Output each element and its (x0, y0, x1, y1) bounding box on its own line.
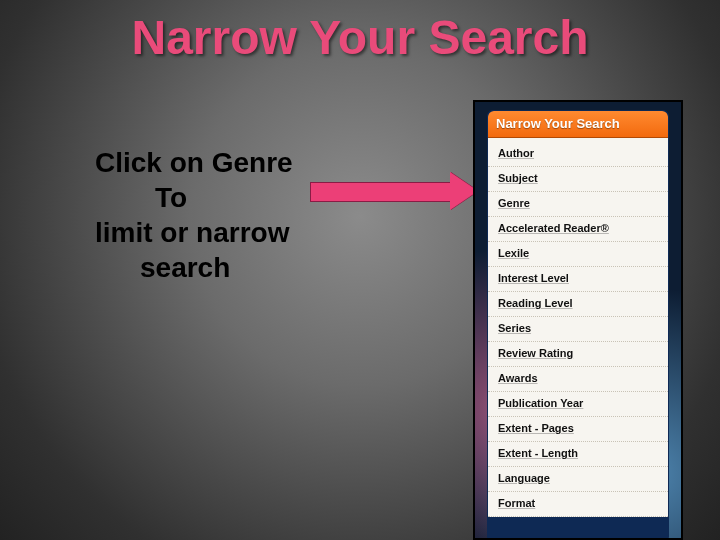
panel-body: Author Subject Genre Accelerated Reader®… (488, 138, 668, 517)
panel-item-subject[interactable]: Subject (488, 167, 668, 192)
panel-item-accelerated-reader[interactable]: Accelerated Reader® (488, 217, 668, 242)
panel-item-publication-year[interactable]: Publication Year (488, 392, 668, 417)
instruction-line-3: limit or narrow (95, 215, 365, 250)
instruction-text: Click on Genre To limit or narrow search (95, 145, 365, 285)
panel-item-extent-length[interactable]: Extent - Length (488, 442, 668, 467)
panel-item-language[interactable]: Language (488, 467, 668, 492)
panel-item-series[interactable]: Series (488, 317, 668, 342)
panel-item-awards[interactable]: Awards (488, 367, 668, 392)
narrow-search-panel: Narrow Your Search Author Subject Genre … (487, 110, 669, 538)
panel-item-reading-level[interactable]: Reading Level (488, 292, 668, 317)
panel-item-extent-pages[interactable]: Extent - Pages (488, 417, 668, 442)
panel-item-format[interactable]: Format (488, 492, 668, 517)
slide-title: Narrow Your Search (0, 10, 720, 65)
panel-item-lexile[interactable]: Lexile (488, 242, 668, 267)
arrow-right-icon (310, 170, 480, 210)
instruction-line-4: search (95, 250, 365, 285)
panel-header: Narrow Your Search (488, 111, 668, 138)
panel-item-review-rating[interactable]: Review Rating (488, 342, 668, 367)
panel-item-author[interactable]: Author (488, 142, 668, 167)
slide: Narrow Your Search Click on Genre To lim… (0, 0, 720, 540)
narrow-search-panel-screenshot: Narrow Your Search Author Subject Genre … (473, 100, 683, 540)
panel-item-interest-level[interactable]: Interest Level (488, 267, 668, 292)
panel-item-genre[interactable]: Genre (488, 192, 668, 217)
